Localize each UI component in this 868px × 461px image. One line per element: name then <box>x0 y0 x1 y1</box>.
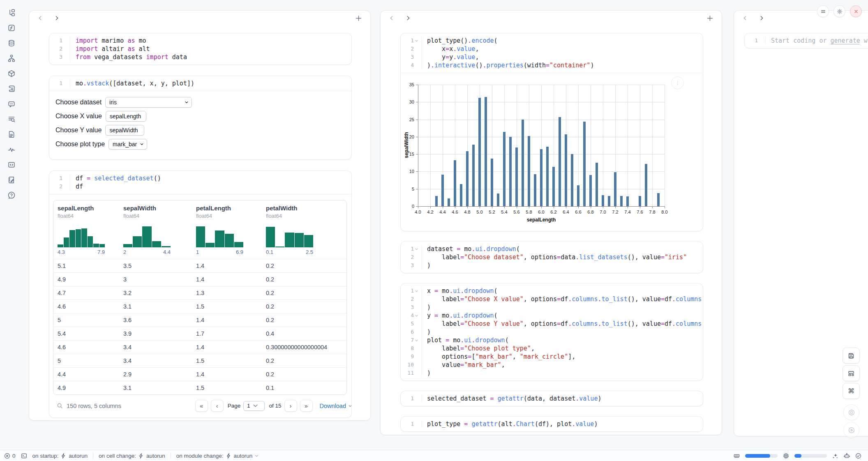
table-cell: 3.4 <box>119 341 192 354</box>
range-min: 1 <box>196 249 199 256</box>
chevron-right-icon[interactable] <box>54 15 60 21</box>
add-column-icon[interactable] <box>706 15 713 22</box>
table-cell: 3.5 <box>119 259 192 273</box>
chevron-down-icon <box>141 128 141 132</box>
cell-editor[interactable]: 1selected_dataset = getattr(data, datase… <box>401 391 703 406</box>
code-token: value <box>427 361 460 369</box>
snippets-icon[interactable] <box>8 161 15 168</box>
cell-editor[interactable]: 1x = mo.ui.dropdown(2 label="Choose X va… <box>401 284 703 380</box>
cell-editor[interactable]: 1import marimo as mo2import altair as al… <box>49 33 351 65</box>
chart-bar <box>614 172 616 206</box>
code-token: , <box>501 361 505 369</box>
code-token: dropdown <box>464 287 494 295</box>
choose-dataset-select[interactable]: iris <box>105 97 192 108</box>
pagination-next-button[interactable]: › <box>284 400 297 412</box>
save-button[interactable] <box>843 348 860 364</box>
choose-x-value-select[interactable]: sepalLength <box>106 111 146 122</box>
chart-bar <box>485 97 487 206</box>
x-tick-label: 7.8 <box>646 210 658 214</box>
sparkles-icon[interactable] <box>832 453 838 459</box>
cell-editor[interactable]: 1Start coding or generate with AI <box>745 33 868 48</box>
fold-icon[interactable] <box>415 313 420 318</box>
code-token <box>90 175 94 182</box>
generate-with-ai-link[interactable]: generate <box>831 37 860 44</box>
cell-editor[interactable]: 1plot_type = getattr(alt.Chart(df), plot… <box>401 417 703 431</box>
autorun-setting[interactable]: on startup:autorun <box>32 453 88 459</box>
packages-icon[interactable] <box>8 70 15 77</box>
code-token: "container" <box>549 62 590 69</box>
gear-button[interactable] <box>833 5 845 17</box>
cell-editor[interactable]: 1df = selected_dataset()2df <box>49 171 351 194</box>
fold-icon[interactable] <box>415 247 420 251</box>
code-text: x = mo.ui.dropdown( <box>422 287 498 295</box>
tracing-icon[interactable] <box>8 146 15 153</box>
autorun-setting[interactable]: on module change:autorun <box>176 453 259 459</box>
code-token: . <box>672 320 676 327</box>
autorun-setting[interactable]: on cell change:autorun <box>99 453 165 459</box>
fold-icon[interactable] <box>415 38 420 43</box>
file-explorer-icon[interactable] <box>8 9 15 16</box>
dependency-graph-icon[interactable] <box>8 55 15 62</box>
chevron-left-icon[interactable] <box>37 15 43 21</box>
line-number-text: 1 <box>755 37 758 45</box>
run-button[interactable] <box>843 422 859 438</box>
errors-indicator[interactable]: 0 <box>4 453 16 459</box>
bolt-icon <box>138 453 144 459</box>
cell-editor[interactable]: 1mo.vstack([dataset, x, y, plot]) <box>49 76 351 91</box>
pagination-first-button[interactable]: « <box>195 400 208 412</box>
chart-menu-button[interactable]: ⋮ <box>671 76 684 89</box>
terminal-icon[interactable] <box>21 453 27 459</box>
table-row: 4.42.91.40.2setosa <box>53 368 347 381</box>
chevron-left-icon[interactable] <box>389 15 395 21</box>
scratchpad-icon[interactable] <box>8 85 15 92</box>
check-circle-icon[interactable] <box>855 453 861 459</box>
add-column-icon[interactable] <box>355 15 362 22</box>
line-number-text: 3 <box>59 53 62 61</box>
download-label: Download <box>320 403 346 409</box>
table-cell: 1.5 <box>192 354 262 368</box>
code-token: "Choose X value" <box>464 295 524 303</box>
functions-icon[interactable] <box>8 24 15 32</box>
close-button[interactable] <box>850 5 862 17</box>
pagination-prev-button[interactable]: ‹ <box>211 400 224 412</box>
x-tick-label: 6.4 <box>560 210 572 214</box>
table-row: 4.93.11.50.1setosa <box>53 381 347 395</box>
notebook-icon[interactable] <box>8 176 15 184</box>
choose-y-value-select[interactable]: sepalWidth <box>105 125 144 136</box>
stop-button[interactable] <box>843 404 859 420</box>
code-token: list_datasets <box>579 254 627 261</box>
x-tick <box>541 206 542 208</box>
robot-icon[interactable] <box>844 453 850 459</box>
line-number-text: 5 <box>411 320 414 328</box>
chevron-right-icon[interactable] <box>759 15 764 21</box>
help-icon[interactable] <box>8 191 15 199</box>
documentation-icon[interactable] <box>8 131 15 138</box>
altair-chart[interactable]: 4.04.24.44.64.85.05.25.45.65.86.06.26.46… <box>406 78 674 227</box>
pagination-last-button[interactable]: » <box>300 400 313 412</box>
layout-button[interactable] <box>843 365 860 381</box>
code-token: dataset <box>427 245 457 253</box>
chart-bar <box>552 167 555 206</box>
fold-icon[interactable] <box>415 288 420 293</box>
code-line: 11) <box>401 369 703 377</box>
cell-editor[interactable]: 1plot_type().encode(2 x=x.value,3 y=y.va… <box>401 33 703 73</box>
chevron-right-icon[interactable] <box>405 15 411 21</box>
line-number: 1 <box>401 420 422 428</box>
download-button[interactable]: Download <box>320 403 352 409</box>
keyboard-shortcuts-button[interactable]: ⌘ <box>843 383 860 399</box>
code-token: ) <box>427 369 431 377</box>
stop-icon <box>848 409 855 416</box>
menu-button[interactable] <box>817 5 829 17</box>
chevron-left-icon[interactable] <box>742 15 748 21</box>
page-select[interactable]: 1 <box>243 401 265 411</box>
column-range: 0.12.5 <box>266 249 313 256</box>
search-icon[interactable] <box>57 403 63 409</box>
histogram-bar <box>93 244 99 247</box>
logs-icon[interactable] <box>8 115 15 123</box>
fold-icon[interactable] <box>415 338 420 343</box>
datasources-icon[interactable] <box>8 39 15 47</box>
chat-icon[interactable] <box>8 100 15 108</box>
choose-plot-type-select[interactable]: mark_bar <box>108 139 147 150</box>
cell-editor[interactable]: 1dataset = mo.ui.dropdown(2 label="Choos… <box>401 242 703 273</box>
code-token: = <box>661 295 665 303</box>
